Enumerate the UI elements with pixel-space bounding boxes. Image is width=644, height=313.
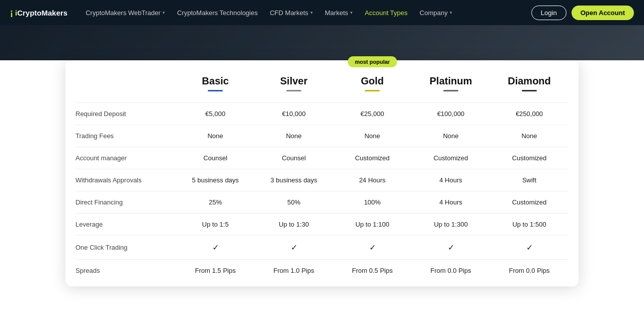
value-silver-fees: None [255, 132, 333, 140]
content-area: Basic Silver most popular Gold Platinum [0, 60, 644, 286]
feature-one-click-trading: One Click Trading [75, 244, 176, 251]
open-account-button[interactable]: Open Account [572, 6, 634, 20]
feature-direct-financing: Direct Financing [75, 198, 176, 206]
value-silver-withdrawals: 3 business days [255, 176, 333, 184]
value-platinum-spreads: From 0.0 Pips [412, 267, 490, 274]
row-required-deposit: Required Deposit €5,000 €10,000 €25,000 … [75, 102, 569, 125]
plan-header-diamond: Diamond [490, 75, 569, 97]
plan-name-gold: Gold [333, 75, 412, 87]
value-silver-leverage: Up to 1:30 [255, 221, 333, 228]
nav-actions: Login Open Account [531, 6, 634, 20]
value-basic-fees: None [176, 132, 255, 140]
feature-trading-fees: Trading Fees [75, 132, 176, 140]
plan-underline-basic [208, 90, 223, 91]
login-button[interactable]: Login [531, 6, 567, 20]
most-popular-badge: most popular [348, 56, 397, 67]
value-silver-deposit: €10,000 [255, 110, 333, 118]
logo-text: iCryptoMakers [15, 9, 67, 17]
chevron-down-icon: ▾ [163, 10, 165, 15]
feature-withdrawals: Withdrawals Approvals [75, 176, 176, 184]
row-leverage: Leverage Up to 1:5 Up to 1:30 Up to 1:10… [75, 213, 569, 235]
row-withdrawals: Withdrawals Approvals 5 business days 3 … [75, 169, 569, 191]
pricing-rows: Required Deposit €5,000 €10,000 €25,000 … [75, 102, 569, 281]
value-diamond-withdrawals: Swift [490, 176, 569, 184]
navbar: ¡ iCryptoMakers CryptoMakers WebTrader ▾… [0, 0, 644, 25]
value-basic-withdrawals: 5 business days [176, 176, 255, 184]
plan-underline-diamond [522, 90, 537, 91]
value-gold-withdrawals: 24 Hours [333, 176, 412, 184]
plan-underline-gold [365, 90, 380, 91]
value-platinum-deposit: €100,000 [412, 110, 490, 118]
feature-account-manager: Account manager [75, 154, 176, 162]
plan-header-silver: Silver [255, 75, 333, 97]
chevron-down-icon: ▾ [310, 10, 313, 15]
nav-item-cfd-markets[interactable]: CFD Markets ▾ [265, 6, 318, 20]
logo[interactable]: ¡ iCryptoMakers [10, 8, 67, 18]
value-basic-leverage: Up to 1:5 [176, 221, 255, 228]
value-diamond-spreads: From 0.0 Pips [490, 267, 569, 274]
header-empty-col [75, 75, 176, 97]
plan-underline-silver [286, 90, 301, 91]
value-platinum-fees: None [412, 132, 490, 140]
value-silver-oneclick: ✓ [255, 243, 333, 252]
pricing-table: Basic Silver most popular Gold Platinum [65, 60, 579, 286]
row-one-click-trading: One Click Trading ✓ ✓ ✓ ✓ ✓ [75, 235, 569, 259]
row-direct-financing: Direct Financing 25% 50% 100% 4 Hours Cu… [75, 191, 569, 213]
value-diamond-deposit: €250,000 [490, 110, 569, 118]
value-gold-manager: Customized [333, 154, 412, 162]
value-silver-spreads: From 1.0 Pips [255, 267, 333, 274]
value-platinum-financing: 4 Hours [412, 198, 490, 206]
value-basic-oneclick: ✓ [176, 243, 255, 252]
nav-item-technologies[interactable]: CryptoMakers Technologies [172, 6, 263, 20]
value-gold-oneclick: ✓ [333, 243, 412, 252]
logo-icon: ¡ [10, 8, 13, 18]
pricing-header: Basic Silver most popular Gold Platinum [75, 75, 569, 97]
plan-header-platinum: Platinum [412, 75, 490, 97]
value-silver-manager: Counsel [255, 154, 333, 162]
value-gold-spreads: From 0.5 Pips [333, 267, 412, 274]
value-platinum-withdrawals: 4 Hours [412, 176, 490, 184]
plan-name-platinum: Platinum [412, 75, 490, 87]
plan-header-basic: Basic [176, 75, 255, 97]
plan-name-basic: Basic [176, 75, 255, 87]
value-diamond-oneclick: ✓ [490, 243, 569, 252]
nav-item-webtrader[interactable]: CryptoMakers WebTrader ▾ [80, 6, 170, 20]
feature-leverage: Leverage [75, 221, 176, 228]
value-silver-financing: 50% [255, 198, 333, 206]
value-basic-deposit: €5,000 [176, 110, 255, 118]
value-diamond-fees: None [490, 132, 569, 140]
nav-item-markets[interactable]: Markets ▾ [320, 6, 358, 20]
value-gold-fees: None [333, 132, 412, 140]
value-basic-manager: Counsel [176, 154, 255, 162]
row-spreads: Spreads From 1.5 Pips From 1.0 Pips From… [75, 259, 569, 281]
nav-item-company[interactable]: Company ▾ [415, 6, 457, 20]
row-trading-fees: Trading Fees None None None None None [75, 125, 569, 147]
chevron-down-icon: ▾ [350, 10, 353, 15]
value-diamond-financing: Customized [490, 198, 569, 206]
value-basic-spreads: From 1.5 Pips [176, 267, 255, 274]
value-gold-leverage: Up to 1:100 [333, 221, 412, 228]
value-diamond-leverage: Up to 1:500 [490, 221, 569, 228]
value-gold-financing: 100% [333, 198, 412, 206]
value-gold-deposit: €25,000 [333, 110, 412, 118]
plan-underline-platinum [443, 90, 458, 91]
value-platinum-leverage: Up to 1:300 [412, 221, 490, 228]
chevron-down-icon: ▾ [450, 10, 452, 15]
value-platinum-manager: Customized [412, 154, 490, 162]
row-account-manager: Account manager Counsel Counsel Customiz… [75, 147, 569, 169]
plan-name-silver: Silver [255, 75, 333, 87]
value-basic-financing: 25% [176, 198, 255, 206]
plan-header-gold: most popular Gold [333, 75, 412, 97]
plan-name-diamond: Diamond [490, 75, 569, 87]
nav-item-account-types[interactable]: Account Types [360, 6, 413, 20]
value-platinum-oneclick: ✓ [412, 243, 490, 252]
nav-menu: CryptoMakers WebTrader ▾ CryptoMakers Te… [80, 6, 526, 20]
feature-required-deposit: Required Deposit [75, 110, 176, 118]
value-diamond-manager: Customized [490, 154, 569, 162]
feature-spreads: Spreads [75, 267, 176, 274]
